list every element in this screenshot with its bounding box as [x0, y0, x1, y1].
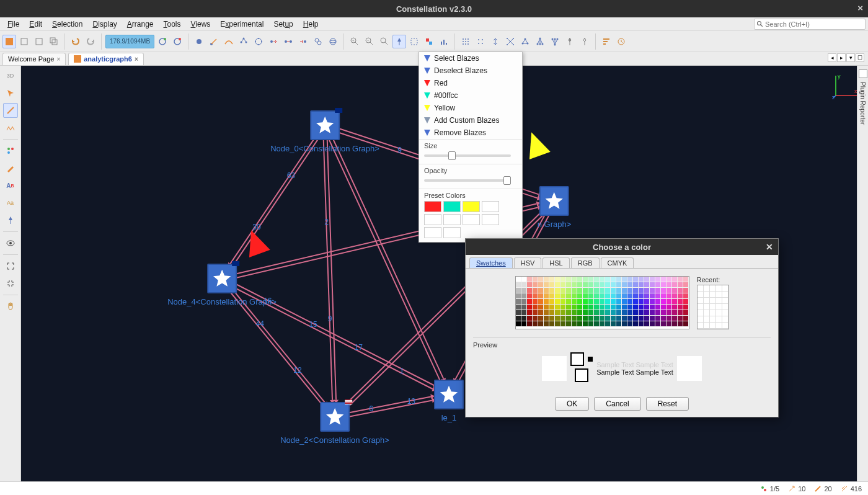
plugin-reporter-strip[interactable]: Plugin Reporter	[857, 66, 868, 481]
window-close-icon[interactable]: ×	[857, 2, 863, 13]
redo-button[interactable]	[84, 35, 97, 48]
refresh-button-1[interactable]	[156, 35, 169, 48]
edit-arrow-button[interactable]	[3, 161, 18, 176]
undo-button[interactable]	[69, 35, 82, 48]
menu-file[interactable]: File	[2, 19, 24, 30]
size-slider[interactable]	[424, 151, 511, 160]
preset-swatch[interactable]	[443, 227, 461, 238]
graph-node[interactable]: Node_4<Constellation Graph>	[167, 264, 277, 306]
tab-close-icon[interactable]: ×	[56, 56, 60, 63]
blaze-side-button[interactable]	[3, 213, 18, 228]
zoom-in-button[interactable]: +	[348, 35, 361, 48]
menu-tools[interactable]: Tools	[159, 19, 186, 30]
blaze-menu-item[interactable]: Add Custom Blazes	[419, 114, 522, 127]
menu-views[interactable]: Views	[186, 19, 216, 30]
grid-dense-button[interactable]	[459, 35, 472, 48]
draw-zigzag-button[interactable]	[3, 120, 18, 135]
tree-layout-button[interactable]	[237, 35, 250, 48]
blaze-menu-item[interactable]: Yellow	[419, 102, 522, 114]
sphere-button[interactable]	[326, 35, 340, 48]
blaze-menu-item[interactable]: Select Blazes	[419, 52, 522, 65]
tab-welcome[interactable]: Welcome Page ×	[2, 53, 66, 65]
text-a-button[interactable]: AB	[3, 178, 18, 193]
nav-dropdown-button[interactable]: ▾	[846, 53, 855, 62]
color-tab-cmyk[interactable]: CMYK	[601, 257, 634, 268]
text-small-button[interactable]: Aa	[3, 195, 18, 210]
blaze-button[interactable]	[392, 35, 406, 48]
sort-button[interactable]	[600, 35, 613, 48]
color-tab-swatches[interactable]: Swatches	[469, 257, 513, 268]
clock-button[interactable]	[614, 35, 628, 48]
select-arrow-button[interactable]	[3, 86, 18, 100]
color-dialog-close-icon[interactable]: ✕	[766, 242, 773, 252]
node-palette-button[interactable]	[3, 143, 18, 158]
swatch-grid[interactable]	[515, 276, 689, 329]
blaze-menu-item[interactable]: #00ffcc	[419, 89, 522, 102]
contract-all-button[interactable]	[3, 276, 18, 291]
menu-display[interactable]: Display	[87, 19, 122, 30]
hand-pan-button[interactable]	[3, 299, 18, 314]
blaze-menu-item[interactable]: Remove Blazes	[419, 127, 522, 139]
new-graph-button[interactable]	[2, 35, 16, 48]
nav-prev-button[interactable]: ◂	[828, 53, 836, 62]
ok-button[interactable]: OK	[555, 397, 589, 411]
color-tab-hsl[interactable]: HSL	[542, 257, 569, 268]
preset-swatch[interactable]	[482, 214, 499, 225]
graph-metrics-button[interactable]	[518, 35, 532, 48]
preset-swatch[interactable]	[424, 214, 441, 225]
composite-button[interactable]	[311, 35, 325, 48]
refresh-button-2[interactable]	[170, 35, 184, 48]
menu-selection[interactable]: Selection	[47, 19, 87, 30]
circle-layout-button[interactable]	[252, 35, 265, 48]
search-input[interactable]	[765, 20, 863, 28]
menu-edit[interactable]: Edit	[24, 19, 47, 30]
hop-out-button[interactable]	[267, 35, 280, 48]
nav-next-button[interactable]: ▸	[837, 53, 846, 62]
tab-analyticgraph6[interactable]: analyticgraph6 ×	[68, 53, 143, 65]
zoom-fit-button[interactable]	[378, 35, 391, 48]
blaze-marker[interactable]	[241, 226, 270, 257]
graph-node[interactable]: n Graph>	[538, 186, 572, 229]
color-tab-hsv[interactable]: HSV	[514, 257, 542, 268]
nav-maximize-button[interactable]: ☐	[856, 53, 864, 62]
reset-button[interactable]: Reset	[646, 397, 689, 411]
opacity-slider[interactable]	[424, 176, 511, 185]
preset-swatch[interactable]	[443, 214, 461, 225]
path-tool[interactable]	[222, 35, 236, 48]
save-file-button[interactable]	[32, 35, 46, 48]
preset-swatch[interactable]	[482, 201, 499, 212]
visibility-button[interactable]	[3, 236, 18, 251]
blaze-menu-item[interactable]: Red	[419, 77, 522, 89]
menu-experimental[interactable]: Experimental	[215, 19, 268, 30]
tab-close-icon[interactable]: ×	[135, 56, 138, 63]
tree-up-button[interactable]	[548, 35, 562, 48]
select-rect-button[interactable]	[407, 35, 421, 48]
hop-between-button[interactable]	[281, 35, 295, 48]
menu-help[interactable]: Help	[298, 19, 324, 30]
preset-swatch[interactable]	[443, 201, 461, 212]
blaze-menu-item[interactable]: Deselect Blazes	[419, 65, 522, 77]
node-tool[interactable]	[192, 35, 206, 48]
menu-setup[interactable]: Setup	[268, 19, 298, 30]
grid-sparse-button[interactable]	[474, 35, 487, 48]
cancel-button[interactable]: Cancel	[594, 397, 640, 411]
search-box[interactable]	[754, 19, 866, 30]
preset-swatch[interactable]	[424, 201, 441, 212]
preset-swatch[interactable]	[463, 214, 480, 225]
hop-in-button[interactable]	[296, 35, 310, 48]
collapse-button[interactable]	[489, 35, 502, 48]
color-tab-rgb[interactable]: RGB	[571, 257, 600, 268]
draw-line-button[interactable]	[3, 103, 18, 118]
edge-tool[interactable]	[207, 35, 221, 48]
pin-button[interactable]	[563, 35, 577, 48]
preset-swatch[interactable]	[424, 227, 441, 238]
unpin-button[interactable]	[578, 35, 591, 48]
zoom-out-button[interactable]: −	[363, 35, 376, 48]
color-button[interactable]	[422, 35, 436, 48]
expand-all-button[interactable]	[3, 259, 18, 274]
histogram-button[interactable]	[437, 35, 451, 48]
expand-diag-button[interactable]	[503, 35, 517, 48]
save-all-button[interactable]	[47, 35, 61, 48]
graph-node[interactable]: Node_0<Constellation Graph>	[270, 110, 379, 153]
blaze-marker[interactable]	[521, 128, 551, 159]
